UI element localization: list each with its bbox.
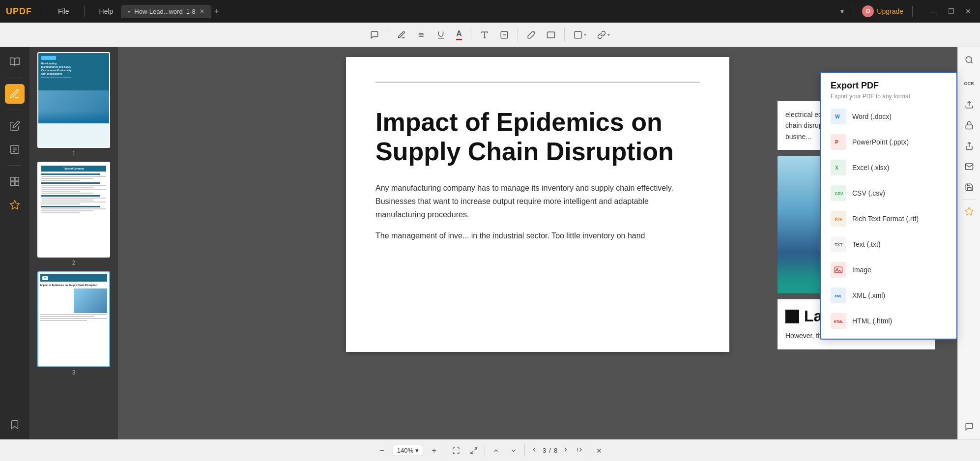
close-window-button[interactable]: ✕ xyxy=(962,6,974,16)
export-excel-button[interactable]: X Excel (.xlsx) xyxy=(821,155,956,180)
strikethrough-tool-button[interactable] xyxy=(413,28,430,42)
thumb-page-num-3: 3 xyxy=(72,369,76,376)
fit-width-button[interactable] xyxy=(449,444,463,458)
close-panel-button[interactable]: ✕ xyxy=(593,446,605,456)
sidebar-bookmark-icon[interactable] xyxy=(5,415,25,434)
sidebar-edit-icon[interactable] xyxy=(5,116,25,136)
zoom-in-button[interactable]: + xyxy=(427,444,441,458)
shape-tool-button[interactable]: ▾ xyxy=(570,28,590,42)
export-rtf-button[interactable]: RTF Rich Text Format (.rtf) xyxy=(821,206,956,231)
export-xml-label: XML (.xml) xyxy=(852,291,885,299)
export-word-button[interactable]: W Word (.docx) xyxy=(821,104,956,129)
divider1 xyxy=(43,6,43,17)
new-tab-button[interactable]: + xyxy=(214,6,220,17)
sidebar-form-icon[interactable] xyxy=(5,140,25,159)
export-html-button[interactable]: HTML HTML (.html) xyxy=(821,308,956,334)
thumb2-section1 xyxy=(41,173,106,181)
svg-line-44 xyxy=(474,448,477,450)
eraser-tool-button[interactable] xyxy=(543,28,559,42)
export-csv-button[interactable]: CSV CSV (.csv) xyxy=(821,180,956,206)
svg-text:XML: XML xyxy=(835,294,842,298)
svg-text:CSV: CSV xyxy=(835,191,844,196)
svg-rect-14 xyxy=(11,177,14,181)
bottom-sep2 xyxy=(485,445,485,457)
export-txt-button[interactable]: TXT Text (.txt) xyxy=(821,231,956,257)
sidebar-ai-icon[interactable] xyxy=(5,195,25,215)
sidebar-read-icon[interactable] xyxy=(5,52,25,72)
active-tab[interactable]: ▾ How-Lead...word_1-8 ✕ xyxy=(121,5,211,18)
page-navigation: 3 / 8 xyxy=(529,445,585,456)
export-word-label: Word (.docx) xyxy=(852,113,892,120)
export-powerpoint-label: PowerPoint (.pptx) xyxy=(852,138,909,146)
tab-close-icon[interactable]: ✕ xyxy=(200,8,204,15)
toolbar-sep2 xyxy=(471,28,471,42)
tab-label: How-Lead...word_1-8 xyxy=(134,8,195,15)
thumbnail-page-2[interactable]: Table of Contents xyxy=(34,162,113,266)
zoom-out-button[interactable]: − xyxy=(375,444,389,458)
highlight-tool-button[interactable] xyxy=(393,28,410,42)
ocr-label: OCR xyxy=(964,82,974,86)
text-tool-button[interactable] xyxy=(476,28,493,42)
thumbnail-page-1[interactable]: How LeadingManufacturers and SMEsCan Inc… xyxy=(34,52,113,157)
svg-rect-9 xyxy=(575,31,581,38)
export-panel-title: Export PDF xyxy=(831,81,947,91)
csv-icon: CSV xyxy=(831,185,846,201)
thumb2-inner: Table of Contents xyxy=(38,163,109,218)
upgrade-button[interactable]: D Upgrade xyxy=(862,5,903,17)
sidebar-organize-icon[interactable] xyxy=(5,172,25,191)
right-sidebar-chat-button[interactable] xyxy=(960,418,978,435)
scroll-down-button[interactable] xyxy=(507,444,520,458)
xml-icon: XML xyxy=(831,288,846,303)
thumb1-footer xyxy=(38,123,109,147)
thumb-page-1[interactable]: How LeadingManufacturers and SMEsCan Inc… xyxy=(37,52,110,148)
thumbnail-page-3[interactable]: 01 Impact of Epidemics on Supply Chain D… xyxy=(34,271,113,376)
thumb-page-num-1: 1 xyxy=(72,150,76,157)
expand-icon[interactable]: ▾ xyxy=(840,7,844,15)
bottom-sep1 xyxy=(445,445,445,457)
toolbar-sep3 xyxy=(518,28,518,42)
right-sidebar-ocr-button[interactable]: OCR xyxy=(960,75,978,93)
right-sidebar-share-button[interactable] xyxy=(960,137,978,155)
prev-page-button[interactable] xyxy=(529,445,540,456)
right-sidebar-protect-button[interactable] xyxy=(960,116,978,134)
next-page-button[interactable] xyxy=(560,445,571,456)
text-color-tool-button[interactable]: A xyxy=(452,27,466,43)
divider3 xyxy=(853,6,853,17)
paint-tool-button[interactable] xyxy=(523,28,540,42)
right-sidebar-ai-button[interactable] xyxy=(960,202,978,220)
right-sidebar-extract-button[interactable] xyxy=(960,96,978,114)
right-sidebar-search-button[interactable] xyxy=(960,51,978,69)
link-tool-button[interactable]: ▾ xyxy=(593,28,614,42)
menu-file[interactable]: File xyxy=(54,5,73,17)
last-page-button[interactable] xyxy=(574,445,585,456)
tab-arrow-icon: ▾ xyxy=(128,9,130,14)
page-separator: / xyxy=(549,447,551,454)
right-sidebar-mail-button[interactable] xyxy=(960,158,978,175)
text-edit-tool-button[interactable] xyxy=(496,28,513,42)
export-xml-button[interactable]: XML XML (.xml) xyxy=(821,283,956,308)
scroll-up-button[interactable] xyxy=(489,444,503,458)
total-pages: 8 xyxy=(554,447,557,454)
bottom-toolbar: − 140% ▾ + 3 / xyxy=(0,439,980,461)
window-controls: — ❐ ✕ xyxy=(927,6,974,16)
thumb-page-2[interactable]: Table of Contents xyxy=(37,162,110,258)
comment-tool-button[interactable] xyxy=(366,28,383,42)
right-sidebar-sep1 xyxy=(962,72,976,72)
export-image-button[interactable]: Image xyxy=(821,257,956,283)
right-sidebar-save-button[interactable] xyxy=(960,178,978,196)
minimize-button[interactable]: — xyxy=(927,6,940,16)
divider2 xyxy=(84,6,85,17)
zoom-level-selector[interactable]: 140% ▾ xyxy=(393,445,423,456)
maximize-button[interactable]: ❐ xyxy=(945,6,957,16)
sidebar-annotation-icon[interactable] xyxy=(5,84,25,104)
pdf-body-paragraph1: Any manufacturing company has to manage … xyxy=(375,181,700,222)
fit-page-button[interactable] xyxy=(467,444,481,458)
underline-tool-button[interactable] xyxy=(432,28,449,42)
menu-help[interactable]: Help xyxy=(95,5,117,17)
svg-rect-17 xyxy=(15,182,19,185)
svg-text:RTF: RTF xyxy=(835,217,843,222)
pdf-page: Impact of Epidemics on Supply Chain Disr… xyxy=(346,57,729,352)
export-powerpoint-button[interactable]: P PowerPoint (.pptx) xyxy=(821,129,956,155)
toolbar-sep1 xyxy=(388,28,388,42)
thumb-page-3[interactable]: 01 Impact of Epidemics on Supply Chain D… xyxy=(37,271,110,367)
